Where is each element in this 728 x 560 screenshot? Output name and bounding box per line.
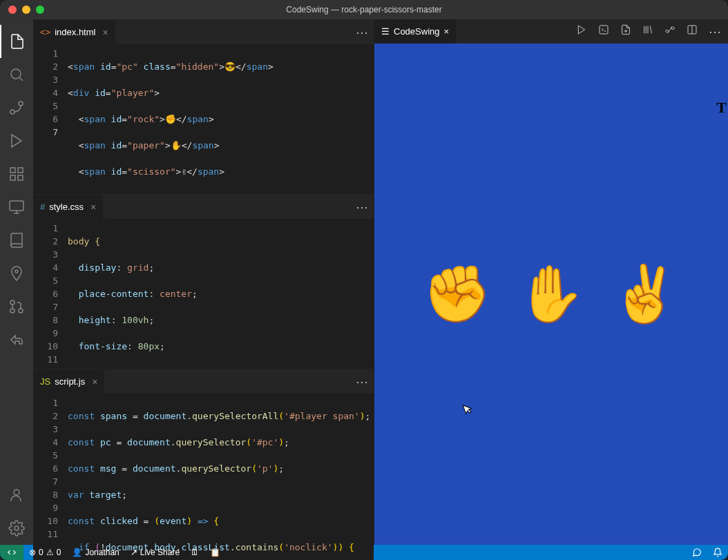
- tab-codeswing-preview[interactable]: ☰ CodeSwing ×: [374, 19, 456, 44]
- tab-script-js[interactable]: JS script.js ×: [33, 369, 104, 394]
- calendar-icon[interactable]: 🗓: [185, 548, 204, 557]
- more-actions-icon[interactable]: ⋯: [709, 24, 721, 39]
- tab-label: index.html: [55, 27, 95, 37]
- svg-rect-6: [18, 175, 23, 180]
- window-title: CodeSwing — rock-paper-scissors-master: [0, 5, 728, 15]
- editor-actions-icon[interactable]: ⋯: [356, 25, 370, 40]
- github-pr-icon[interactable]: [0, 290, 33, 323]
- code-editor-js[interactable]: const spans = document.querySelectorAll(…: [68, 394, 374, 560]
- new-file-icon[interactable]: [620, 24, 631, 39]
- activity-bar: [0, 19, 33, 545]
- svg-point-10: [10, 309, 15, 313]
- svg-point-13: [15, 526, 19, 530]
- svg-point-8: [15, 270, 18, 273]
- svg-point-12: [14, 490, 19, 495]
- window-titlebar: CodeSwing — rock-paper-scissors-master: [0, 0, 728, 19]
- console-icon[interactable]: [598, 24, 609, 39]
- svg-rect-4: [18, 168, 23, 173]
- css-file-icon: #: [40, 202, 45, 212]
- close-tab-icon[interactable]: ×: [444, 26, 450, 37]
- text-cursor-icon: T: [716, 99, 727, 117]
- editor-pane-html: <> index.html × ⋯ 1234567 <span id="pc" …: [33, 19, 374, 194]
- close-tab-icon[interactable]: ×: [90, 202, 96, 213]
- accounts-icon[interactable]: [0, 479, 33, 512]
- close-tab-icon[interactable]: ×: [92, 376, 97, 387]
- svg-point-2: [10, 110, 15, 114]
- tab-style-css[interactable]: # style.css ×: [33, 195, 103, 219]
- tab-label: CodeSwing: [394, 26, 440, 37]
- svg-rect-5: [10, 175, 15, 180]
- remote-indicator-icon[interactable]: [0, 545, 23, 560]
- editor-pane-js: JS script.js × ⋯ 1234567891011 const spa…: [33, 369, 374, 560]
- editor-actions-icon[interactable]: ⋯: [356, 374, 370, 389]
- mouse-cursor-icon: [462, 401, 477, 418]
- svg-rect-3: [10, 168, 15, 173]
- search-icon[interactable]: [0, 58, 33, 91]
- liveshare-button[interactable]: ↗Live Share: [125, 548, 185, 557]
- js-file-icon: JS: [40, 376, 50, 387]
- svg-point-0: [11, 69, 21, 79]
- scissors-hand-icon[interactable]: ✌️: [611, 262, 680, 327]
- library-icon[interactable]: [0, 224, 33, 257]
- preview-output[interactable]: T ✊ ✋ ✌️: [374, 44, 728, 545]
- run-debug-icon[interactable]: [0, 124, 33, 157]
- tab-label: style.css: [49, 202, 84, 212]
- user-indicator[interactable]: 👤Jonathan: [66, 548, 124, 557]
- person-icon: 👤: [72, 548, 82, 557]
- tab-bar: <> index.html × ⋯: [33, 20, 374, 44]
- editor-pane-css: # style.css × ⋯ 1234567891011 body { dis…: [33, 194, 374, 369]
- source-control-icon[interactable]: [0, 91, 33, 124]
- split-editor-icon[interactable]: [687, 24, 698, 39]
- gistpad-icon[interactable]: [0, 257, 33, 290]
- rock-hand-icon[interactable]: ✊: [423, 262, 492, 327]
- paper-hand-icon[interactable]: ✋: [517, 262, 586, 327]
- tab-bar: ☰ CodeSwing × ⋯: [374, 19, 728, 44]
- liveshare-icon[interactable]: [0, 323, 33, 356]
- svg-rect-7: [10, 201, 23, 211]
- settings-gear-icon[interactable]: [0, 512, 33, 545]
- tab-index-html[interactable]: <> index.html ×: [33, 20, 115, 44]
- run-icon[interactable]: [576, 24, 587, 39]
- close-tab-icon[interactable]: ×: [102, 27, 108, 38]
- editor-actions-icon[interactable]: ⋯: [356, 200, 370, 215]
- line-numbers: 1234567891011: [33, 394, 68, 560]
- svg-point-1: [19, 102, 23, 106]
- extensions-icon[interactable]: [0, 157, 33, 191]
- tab-bar: # style.css × ⋯: [33, 195, 374, 219]
- problems-indicator[interactable]: ⊗0 ⚠0: [23, 548, 66, 557]
- svg-point-9: [10, 300, 15, 305]
- feedback-icon[interactable]: [687, 548, 707, 557]
- liveshare-icon: ↗: [131, 548, 137, 557]
- library-icon[interactable]: [642, 24, 653, 39]
- tab-bar: JS script.js × ⋯: [33, 369, 374, 394]
- notifications-icon[interactable]: [707, 548, 728, 557]
- warning-icon: ⚠: [46, 548, 54, 557]
- error-icon: ⊗: [29, 548, 36, 557]
- remote-explorer-icon[interactable]: [0, 191, 33, 224]
- preview-pane: ☰ CodeSwing × ⋯ T ✊ ✋: [374, 19, 728, 545]
- tab-label: script.js: [55, 376, 85, 387]
- html-file-icon: <>: [40, 27, 50, 37]
- explorer-icon[interactable]: [0, 25, 33, 58]
- devtools-icon[interactable]: [664, 24, 676, 39]
- preview-icon: ☰: [381, 26, 390, 37]
- svg-point-11: [19, 309, 23, 313]
- clipboard-icon[interactable]: 📋: [204, 548, 226, 557]
